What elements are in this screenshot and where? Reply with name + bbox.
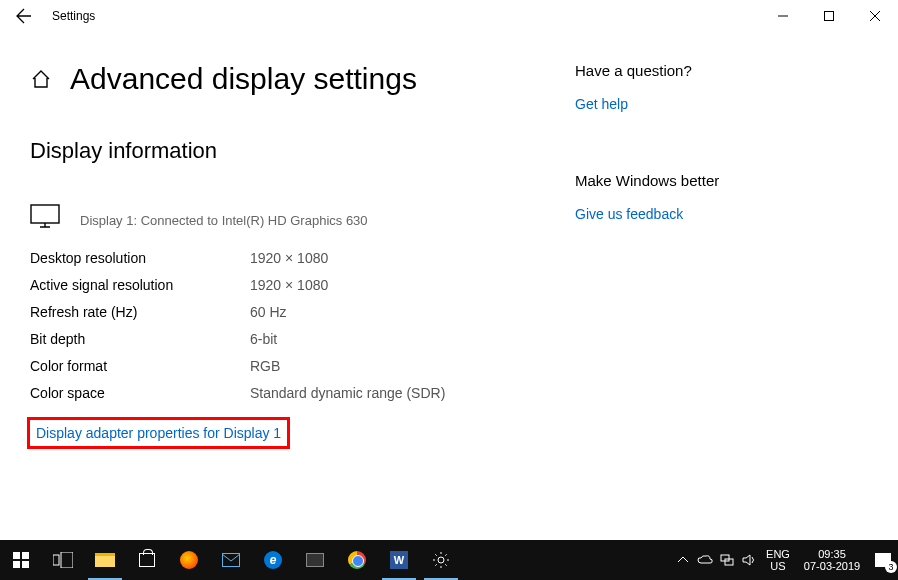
taskbar-firefox[interactable] [168, 540, 210, 580]
feedback-link[interactable]: Give us feedback [575, 206, 683, 222]
start-button[interactable] [0, 540, 42, 580]
property-value: 60 Hz [250, 304, 287, 320]
word-icon: W [390, 551, 408, 569]
taskbar-edge[interactable]: e [252, 540, 294, 580]
system-tray: ENG US 09:35 07-03-2019 3 [672, 540, 898, 580]
network-icon [720, 554, 734, 566]
display-properties: Desktop resolution1920 × 1080Active sign… [30, 250, 575, 401]
section-title: Display information [30, 138, 575, 164]
taskbar-file-explorer[interactable] [84, 540, 126, 580]
taskbar-cmd[interactable] [294, 540, 336, 580]
close-icon [870, 11, 880, 21]
property-value: 1920 × 1080 [250, 277, 328, 293]
cmd-icon [306, 553, 324, 567]
task-view-button[interactable] [42, 540, 84, 580]
taskbar-word[interactable]: W [378, 540, 420, 580]
svg-rect-0 [825, 12, 834, 21]
clock-date: 07-03-2019 [796, 560, 868, 572]
firefox-icon [180, 551, 198, 569]
tray-volume[interactable] [738, 540, 760, 580]
store-icon [139, 553, 155, 567]
svg-rect-5 [22, 561, 29, 568]
property-label: Active signal resolution [30, 277, 250, 293]
taskbar: e W ENG US 09:35 07-03-2019 3 [0, 540, 898, 580]
gear-icon [432, 551, 450, 569]
svg-point-9 [438, 557, 444, 563]
get-help-link[interactable]: Get help [575, 96, 628, 112]
svg-rect-2 [13, 552, 20, 559]
page-title: Advanced display settings [70, 62, 417, 96]
tray-action-center[interactable]: 3 [868, 540, 898, 580]
svg-rect-3 [22, 552, 29, 559]
display-adapter-link[interactable]: Display adapter properties for Display 1 [36, 425, 281, 441]
tray-onedrive[interactable] [694, 540, 716, 580]
property-row: Color formatRGB [30, 358, 575, 374]
chrome-icon [348, 551, 366, 569]
monitor-icon [30, 204, 60, 228]
tray-network[interactable] [716, 540, 738, 580]
display-connection-text: Display 1: Connected to Intel(R) HD Grap… [80, 213, 368, 228]
side-panel: Have a question? Get help Make Windows b… [575, 62, 719, 446]
minimize-icon [778, 11, 788, 21]
window-title: Settings [52, 9, 95, 23]
close-button[interactable] [852, 0, 898, 32]
cloud-icon [697, 555, 713, 565]
property-row: Bit depth6-bit [30, 331, 575, 347]
property-label: Color format [30, 358, 250, 374]
home-icon[interactable] [30, 68, 52, 90]
property-value: RGB [250, 358, 280, 374]
property-label: Desktop resolution [30, 250, 250, 266]
taskbar-mail[interactable] [210, 540, 252, 580]
maximize-icon [824, 11, 834, 21]
file-explorer-icon [95, 553, 115, 567]
edge-icon: e [264, 551, 282, 569]
volume-icon [742, 554, 756, 566]
property-row: Desktop resolution1920 × 1080 [30, 250, 575, 266]
titlebar: Settings [0, 0, 898, 32]
taskbar-store[interactable] [126, 540, 168, 580]
page-header: Advanced display settings [30, 62, 575, 96]
back-arrow-icon [16, 8, 32, 24]
svg-rect-6 [53, 555, 59, 565]
question-heading: Have a question? [575, 62, 719, 79]
notification-badge: 3 [885, 561, 897, 573]
svg-rect-8 [223, 554, 240, 567]
property-label: Refresh rate (Hz) [30, 304, 250, 320]
mail-icon [222, 553, 240, 567]
svg-rect-4 [13, 561, 20, 568]
lang-bottom: US [760, 560, 796, 572]
task-view-icon [53, 552, 73, 568]
svg-rect-7 [61, 552, 73, 568]
property-row: Active signal resolution1920 × 1080 [30, 277, 575, 293]
taskbar-settings[interactable] [420, 540, 462, 580]
lang-top: ENG [760, 548, 796, 560]
tray-chevron-up[interactable] [672, 540, 694, 580]
svg-rect-1 [31, 205, 59, 223]
property-value: Standard dynamic range (SDR) [250, 385, 445, 401]
clock-time: 09:35 [796, 548, 868, 560]
property-value: 1920 × 1080 [250, 250, 328, 266]
property-row: Color spaceStandard dynamic range (SDR) [30, 385, 575, 401]
chevron-up-icon [678, 557, 688, 563]
main-panel: Advanced display settings Display inform… [30, 62, 575, 446]
property-label: Bit depth [30, 331, 250, 347]
tray-language[interactable]: ENG US [760, 548, 796, 572]
maximize-button[interactable] [806, 0, 852, 32]
windows-icon [13, 552, 29, 568]
back-button[interactable] [8, 0, 40, 32]
minimize-button[interactable] [760, 0, 806, 32]
taskbar-chrome[interactable] [336, 540, 378, 580]
property-value: 6-bit [250, 331, 277, 347]
property-label: Color space [30, 385, 250, 401]
tray-clock[interactable]: 09:35 07-03-2019 [796, 548, 868, 572]
display-identity: Display 1: Connected to Intel(R) HD Grap… [30, 204, 575, 228]
better-heading: Make Windows better [575, 172, 719, 189]
content: Advanced display settings Display inform… [0, 32, 898, 446]
property-row: Refresh rate (Hz)60 Hz [30, 304, 575, 320]
highlight-box: Display adapter properties for Display 1 [30, 420, 287, 446]
